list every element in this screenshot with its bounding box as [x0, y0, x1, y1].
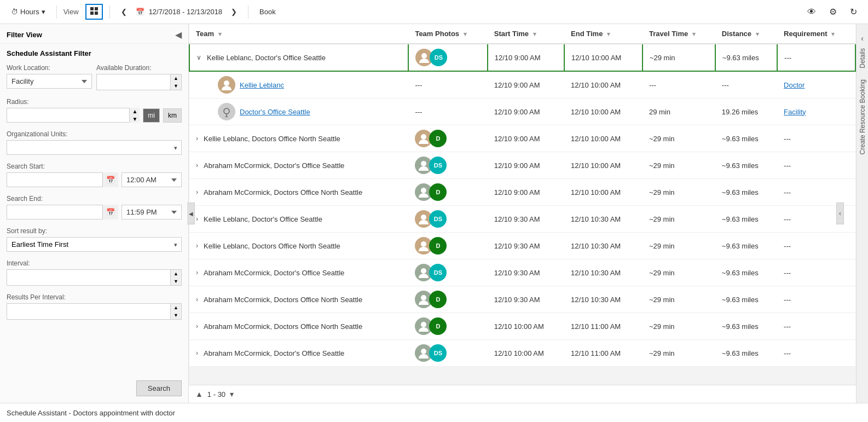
radius-input[interactable]: 50: [7, 108, 140, 123]
results-down-btn[interactable]: ▼: [171, 311, 181, 319]
expand-btn[interactable]: ∨: [196, 54, 201, 61]
next-date-btn[interactable]: ❯: [227, 5, 241, 18]
sub-table-row[interactable]: Kellie Leblanc --- 12/10 9:00 AM 12/10 1…: [189, 71, 855, 99]
search-end-date-input[interactable]: 12/14/2018: [7, 205, 118, 219]
bottom-bar: Schedule Assistant - Doctors appointment…: [0, 403, 868, 422]
results-per-interval-input[interactable]: 9: [7, 305, 170, 319]
svg-point-14: [421, 268, 426, 274]
search-button[interactable]: Search: [136, 380, 182, 396]
search-end-time-select[interactable]: 11:59 PM: [121, 205, 182, 219]
expand-btn[interactable]: ›: [196, 215, 198, 223]
expand-btn[interactable]: ›: [196, 269, 198, 276]
work-location-select[interactable]: Facility Onsite Remote: [7, 74, 92, 89]
end-time-cell: 12/10 10:00 AM: [564, 44, 643, 71]
table-row[interactable]: › Abraham McCormick, Doctors Office Nort…: [189, 286, 855, 313]
expand-btn[interactable]: ›: [196, 322, 198, 330]
sub-end-time: 12/10 10:00 AM: [564, 99, 643, 125]
settings-btn[interactable]: ⚙: [825, 4, 841, 19]
duration-up-btn[interactable]: ▲: [171, 74, 181, 82]
team-sort-icon: ▾: [218, 31, 222, 37]
book-btn[interactable]: Book: [255, 5, 280, 18]
th-end-time[interactable]: End Time ▾: [564, 24, 643, 44]
page-down-btn[interactable]: ▾: [230, 390, 234, 398]
eye-btn[interactable]: 👁: [803, 5, 820, 19]
search-end-date-wrap: 12/14/2018 📅: [7, 205, 118, 219]
svg-rect-1: [95, 7, 98, 10]
requirement-cell: ---: [777, 152, 855, 179]
org-units-select-wrap: ▾: [7, 140, 182, 155]
sub-name[interactable]: Doctor's Office Seattle: [240, 108, 310, 116]
sub-name[interactable]: Kellie Leblanc: [240, 81, 284, 89]
page-up-btn[interactable]: ▲: [195, 390, 203, 398]
prev-date-btn[interactable]: ❮: [117, 5, 131, 18]
svg-point-10: [421, 161, 426, 166]
duration-arrows: ▲ ▼: [170, 74, 181, 90]
search-end-cal-btn[interactable]: 📅: [102, 205, 118, 219]
org-units-select[interactable]: [7, 140, 182, 155]
sub-table-row[interactable]: Doctor's Office Seattle --- 12/10 9:00 A…: [189, 99, 855, 125]
table-header: Team ▾ Team Photos ▾ Start Time ▾ End Ti…: [189, 24, 855, 44]
start-time-cell: 12/10 9:00 AM: [488, 44, 564, 71]
expand-btn[interactable]: ›: [196, 135, 198, 142]
results-up-btn[interactable]: ▲: [171, 304, 181, 311]
interval-up-btn[interactable]: ▲: [171, 270, 181, 278]
table-row[interactable]: › Abraham McCormick, Doctor's Office Sea…: [189, 259, 855, 286]
expand-btn[interactable]: ›: [196, 188, 198, 196]
table-scroll[interactable]: Team ▾ Team Photos ▾ Start Time ▾ End Ti…: [189, 24, 856, 385]
table-row[interactable]: › Abraham McCormick, Doctor's Office Sea…: [189, 340, 855, 367]
table-row[interactable]: › Kellie Leblanc, Doctor's Office Seattl…: [189, 206, 855, 233]
duration-down-btn[interactable]: ▼: [171, 82, 181, 90]
expand-btn[interactable]: ›: [196, 242, 198, 250]
table-row[interactable]: › Kellie Leblanc, Doctors Office North S…: [189, 233, 855, 259]
th-start-time[interactable]: Start Time ▾: [488, 24, 564, 44]
table-row[interactable]: › Abraham McCormick, Doctors Office Nort…: [189, 313, 855, 340]
results-per-interval-section: Results Per Interval: 9 ▲ ▼: [7, 293, 182, 320]
search-start-time-select[interactable]: 12:00 AM: [121, 172, 182, 187]
th-team[interactable]: Team ▾: [189, 24, 408, 44]
requirement-link[interactable]: Doctor: [784, 81, 805, 89]
th-photos[interactable]: Team Photos ▾: [408, 24, 487, 44]
travel-time-cell: ~29 min: [643, 259, 715, 286]
filter-view-title: Filter View: [7, 31, 42, 39]
end-sort-icon: ▾: [607, 31, 610, 37]
filter-collapse-btn[interactable]: ◀: [175, 30, 182, 40]
requirement-cell: ---: [777, 125, 855, 152]
expand-btn[interactable]: ›: [196, 349, 198, 357]
travel-time-cell: ~29 min: [643, 206, 715, 233]
table-row[interactable]: › Kellie Leblanc, Doctors Office North S…: [189, 125, 855, 152]
sort-select[interactable]: Earliest Time First Latest Time First: [7, 237, 182, 252]
expand-btn[interactable]: ›: [196, 161, 198, 169]
search-start-cal-btn[interactable]: 📅: [102, 172, 118, 187]
right-sidebar[interactable]: ‹ Details Create Resource Booking: [856, 24, 868, 403]
hours-btn[interactable]: ⏱ Hours ▾: [7, 5, 50, 18]
mi-btn[interactable]: mi: [143, 108, 160, 123]
interval-down-btn[interactable]: ▼: [171, 278, 181, 285]
expand-btn[interactable]: ›: [196, 296, 198, 303]
duration-wrap: 1 hour ▲ ▼: [96, 74, 182, 90]
results-wrap: 9 ▲ ▼: [7, 303, 182, 320]
avatar-initials: D: [429, 183, 447, 201]
right-collapse-handle[interactable]: ‹: [836, 203, 844, 224]
requirement-link[interactable]: Facility: [784, 108, 806, 116]
table-row[interactable]: › Abraham McCormick, Doctors Office Nort…: [189, 179, 855, 206]
duration-input[interactable]: 1 hour: [97, 76, 170, 89]
radius-up-btn[interactable]: ▲: [129, 108, 140, 115]
table-row[interactable]: › Abraham McCormick, Doctor's Office Sea…: [189, 152, 855, 179]
refresh-btn[interactable]: ↻: [846, 4, 861, 19]
view-grid-btn[interactable]: [85, 4, 103, 20]
distance-cell: ~9.63 miles: [715, 152, 777, 179]
work-location-duration-row: Work Location: Facility Onsite Remote Av…: [7, 64, 182, 90]
sub-end-time: 12/10 10:00 AM: [564, 71, 643, 99]
th-distance[interactable]: Distance ▾: [715, 24, 777, 44]
filter-panel-collapse-handle[interactable]: ◀: [187, 203, 195, 224]
th-requirement[interactable]: Requirement ▾: [777, 24, 855, 44]
table-row[interactable]: ∨ Kellie Leblanc, Doctor's Office Seattl…: [189, 44, 855, 71]
radius-down-btn[interactable]: ▼: [129, 115, 140, 123]
interval-input[interactable]: 30 minutes: [7, 271, 170, 285]
sort-select-wrap: Earliest Time First Latest Time First ▾: [7, 237, 182, 252]
search-start-date-input[interactable]: 12/10/2018: [7, 172, 118, 187]
req-sort-icon: ▾: [831, 31, 835, 37]
th-travel-time[interactable]: Travel Time ▾: [643, 24, 715, 44]
km-btn[interactable]: km: [163, 108, 182, 123]
clock-icon: ⏱: [11, 8, 18, 16]
